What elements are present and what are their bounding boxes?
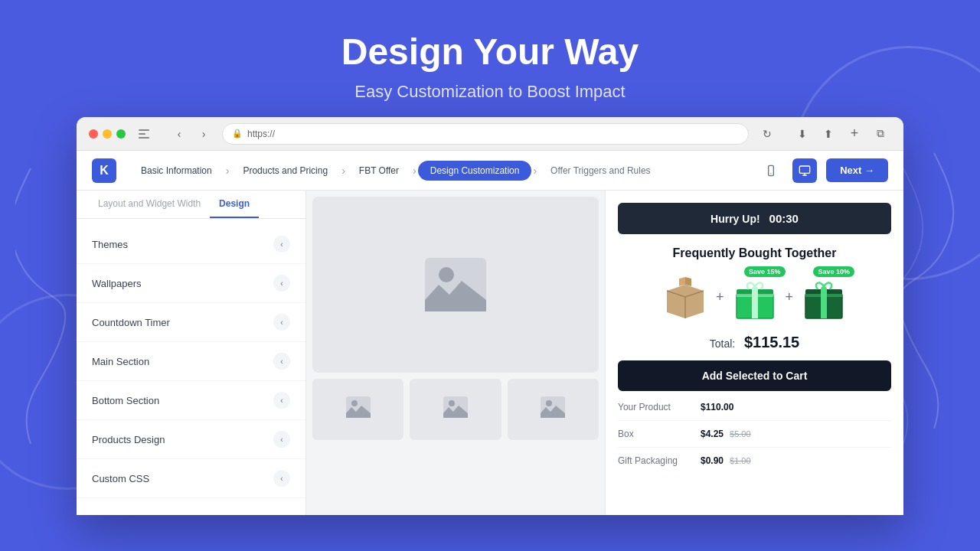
breakdown-divider-2 bbox=[618, 447, 891, 448]
svg-point-23 bbox=[821, 286, 827, 292]
sidebar-item-custom-css[interactable]: Custom CSS ‹ bbox=[77, 459, 305, 498]
thumb-3 bbox=[508, 379, 599, 440]
tab-design[interactable]: Design bbox=[210, 191, 259, 218]
hurry-text: Hurry Up! bbox=[710, 213, 760, 225]
close-dot[interactable] bbox=[89, 129, 98, 139]
step-basic-information[interactable]: Basic Information bbox=[129, 161, 224, 181]
breakdown-label-box: Box bbox=[618, 429, 694, 439]
address-bar[interactable]: 🔒 https:// bbox=[222, 123, 749, 145]
fbt-plus-2: + bbox=[786, 289, 794, 305]
browser-actions: ⬇ ⬆ + ⧉ bbox=[792, 123, 891, 145]
svg-rect-0 bbox=[139, 129, 149, 131]
maximize-dot[interactable] bbox=[116, 129, 126, 139]
svg-rect-2 bbox=[139, 137, 149, 139]
svg-rect-22 bbox=[805, 294, 842, 297]
svg-point-7 bbox=[439, 267, 454, 282]
next-button[interactable]: Next → bbox=[826, 158, 888, 182]
sidebar-item-bottom-section[interactable]: Bottom Section ‹ bbox=[77, 381, 305, 420]
step-arrow-3: › bbox=[413, 165, 416, 177]
forward-button[interactable]: › bbox=[193, 123, 214, 145]
step-arrow-4: › bbox=[533, 165, 537, 177]
fbt-product-3: Save 10% bbox=[799, 272, 848, 321]
sidebar-tabs: Layout and Widget Width Design bbox=[77, 191, 305, 219]
preview-thumbnails bbox=[312, 379, 599, 440]
custom-css-arrow-icon: ‹ bbox=[273, 470, 290, 487]
total-price: $115.15 bbox=[744, 334, 799, 350]
minimize-dot[interactable] bbox=[103, 129, 112, 139]
right-panel: Hurry Up! 00:30 Frequently Bought Togeth… bbox=[605, 191, 903, 515]
image-placeholder-icon bbox=[425, 258, 486, 311]
fbt-badge-1: Save 15% bbox=[744, 266, 786, 277]
share-icon: ⬆ bbox=[818, 123, 839, 145]
desktop-device-button[interactable] bbox=[792, 158, 817, 183]
browser-nav: ‹ › bbox=[168, 123, 214, 145]
fbt-products: + Save 15% bbox=[618, 272, 891, 321]
breakdown-row-box: Box $4.25 $5.00 bbox=[618, 429, 891, 439]
breakdown-label-gift: Gift Packaging bbox=[618, 455, 694, 466]
sidebar-toggle-icon[interactable] bbox=[133, 123, 155, 145]
browser-chrome: ‹ › 🔒 https:// ↻ ⬇ ⬆ + ⧉ bbox=[77, 117, 903, 151]
breakdown-divider-1 bbox=[618, 420, 891, 421]
fbt-plus-1: + bbox=[716, 289, 724, 305]
step-offer-triggers[interactable]: Offer Triggers and Rules bbox=[538, 161, 663, 181]
breakdown-price-product: $110.00 bbox=[701, 402, 733, 412]
lock-icon: 🔒 bbox=[232, 129, 243, 139]
hurry-bar: Hurry Up! 00:30 bbox=[618, 203, 891, 234]
tab-layout[interactable]: Layout and Widget Width bbox=[89, 191, 210, 218]
wallpapers-arrow-icon: ‹ bbox=[273, 275, 290, 292]
fbt-badge-2: Save 10% bbox=[813, 266, 854, 277]
sidebar-item-products-design[interactable]: Products Design ‹ bbox=[77, 420, 305, 459]
app-header: K Basic Information › Products and Prici… bbox=[77, 151, 903, 191]
app-logo: K bbox=[92, 158, 116, 183]
add-to-cart-button[interactable]: Add Selected to Cart bbox=[618, 360, 891, 391]
svg-rect-17 bbox=[737, 294, 773, 297]
thumb-2 bbox=[410, 379, 501, 440]
url-text: https:// bbox=[247, 129, 275, 139]
header-right: Next → bbox=[759, 158, 888, 183]
svg-point-9 bbox=[351, 400, 358, 406]
breakdown-label-product: Your Product bbox=[618, 402, 694, 412]
browser-window: ‹ › 🔒 https:// ↻ ⬇ ⬆ + ⧉ K Basic Informa… bbox=[77, 117, 903, 515]
step-arrow-1: › bbox=[226, 165, 230, 177]
fbt-title: Frequently Bought Together bbox=[618, 246, 891, 260]
thumb-3-icon bbox=[541, 396, 565, 423]
new-tab-button[interactable]: + bbox=[844, 123, 865, 145]
nav-steps: Basic Information › Products and Pricing… bbox=[129, 161, 746, 181]
total-label: Total: bbox=[710, 337, 735, 350]
sidebar-item-wallpapers[interactable]: Wallpapers ‹ bbox=[77, 264, 305, 303]
products-design-arrow-icon: ‹ bbox=[273, 431, 290, 448]
fbt-product-2: Save 15% bbox=[730, 272, 779, 321]
svg-point-4 bbox=[771, 173, 772, 174]
sidebar-item-main-section[interactable]: Main Section ‹ bbox=[77, 342, 305, 381]
tabs-icon: ⧉ bbox=[870, 123, 891, 145]
svg-rect-16 bbox=[752, 289, 758, 318]
svg-point-11 bbox=[449, 400, 455, 406]
breakdown-price-box: $4.25 bbox=[701, 429, 724, 439]
bottom-section-arrow-icon: ‹ bbox=[273, 392, 290, 409]
product-breakdown: Your Product $110.00 Box $4.25 $5.00 Gif… bbox=[618, 402, 891, 466]
breakdown-original-gift: $1.00 bbox=[730, 456, 751, 465]
mobile-device-button[interactable] bbox=[759, 158, 783, 183]
themes-arrow-icon: ‹ bbox=[273, 236, 290, 253]
svg-rect-3 bbox=[769, 165, 774, 175]
sidebar-item-countdown-timer[interactable]: Countdown Timer ‹ bbox=[77, 303, 305, 342]
countdown-arrow-icon: ‹ bbox=[273, 314, 290, 331]
sidebar-item-themes[interactable]: Themes ‹ bbox=[77, 225, 305, 264]
refresh-button[interactable]: ↻ bbox=[756, 123, 778, 145]
page-title: Design Your Way bbox=[0, 31, 980, 73]
hurry-timer: 00:30 bbox=[769, 212, 799, 225]
back-button[interactable]: ‹ bbox=[168, 123, 190, 145]
step-design-customization[interactable]: Design Customization bbox=[418, 161, 532, 181]
thumb-1 bbox=[312, 379, 403, 440]
main-section-arrow-icon: ‹ bbox=[273, 353, 290, 370]
download-icon: ⬇ bbox=[792, 123, 813, 145]
main-layout: Layout and Widget Width Design Themes ‹ … bbox=[77, 191, 903, 515]
fbt-product-1 bbox=[661, 272, 710, 321]
breakdown-price-gift: $0.90 bbox=[701, 455, 724, 466]
breakdown-row-product: Your Product $110.00 bbox=[618, 402, 891, 412]
svg-rect-1 bbox=[139, 133, 145, 135]
step-fbt-offer[interactable]: FBT Offer bbox=[347, 161, 411, 181]
step-products-pricing[interactable]: Products and Pricing bbox=[230, 161, 340, 181]
breakdown-original-box: $5.00 bbox=[730, 429, 751, 439]
thumb-1-icon bbox=[346, 396, 371, 423]
